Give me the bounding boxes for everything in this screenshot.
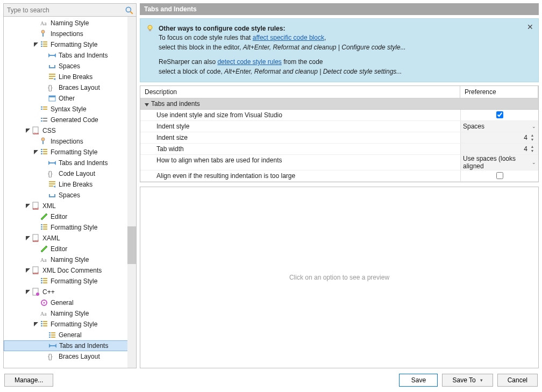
svg-marker-80: [26, 290, 30, 294]
settings-tree[interactable]: AaNaming StyleInspectionsFormatting Styl…: [4, 17, 136, 368]
checkbox[interactable]: [496, 111, 503, 118]
chevron-down-icon[interactable]: [25, 128, 31, 133]
expander-placeholder: [33, 225, 39, 230]
svg-rect-24: [49, 96, 55, 97]
col-preference[interactable]: Preference: [460, 86, 538, 98]
search-icon[interactable]: [124, 5, 134, 15]
tree-node[interactable]: Line Breaks: [4, 72, 136, 82]
tree-node[interactable]: Spaces: [4, 61, 136, 72]
inspections-icon: [40, 137, 48, 146]
tree-node[interactable]: Formatting Style: [4, 276, 136, 287]
save-to-button[interactable]: Save To: [442, 374, 493, 387]
tree-node[interactable]: General: [4, 330, 136, 340]
group-row[interactable]: Tabs and indents: [140, 98, 538, 110]
option-row[interactable]: Tab width4▲▼: [140, 144, 538, 155]
tree-node[interactable]: cssCSS: [4, 125, 136, 136]
tree-node-label: Editor: [51, 245, 67, 253]
close-icon[interactable]: ✕: [526, 23, 534, 31]
svg-text:xml: xml: [33, 207, 39, 210]
tree-node[interactable]: Spaces: [4, 190, 136, 201]
tree-node[interactable]: General: [4, 297, 136, 308]
spaces-icon: [48, 62, 56, 70]
tree-node[interactable]: xmlXAML: [4, 233, 136, 244]
spinner[interactable]: ▲▼: [529, 133, 536, 142]
save-button[interactable]: Save: [399, 374, 438, 387]
link-affect-block[interactable]: affect specific code block: [253, 34, 324, 41]
chevron-down-icon[interactable]: [25, 289, 31, 295]
tree-node[interactable]: Generated Code: [4, 115, 136, 125]
tree-node[interactable]: Formatting Style: [4, 319, 136, 330]
option-row[interactable]: Use indent style and size from Visual St…: [140, 110, 538, 121]
svg-text:{}: {}: [48, 83, 53, 91]
chevron-down-icon[interactable]: [33, 149, 39, 155]
search-input[interactable]: [4, 5, 124, 16]
scrollbar-track[interactable]: [127, 17, 136, 368]
scrollbar-thumb[interactable]: [127, 226, 136, 264]
tree-node[interactable]: C++: [4, 287, 136, 297]
option-value[interactable]: 4▲▼: [460, 132, 538, 143]
spinner[interactable]: ▲▼: [529, 145, 536, 153]
svg-rect-62: [41, 229, 42, 230]
col-description[interactable]: Description: [140, 86, 460, 98]
svg-text:xml: xml: [33, 239, 39, 243]
tree-node[interactable]: {}Braces Layout: [4, 351, 136, 362]
option-row[interactable]: Indent styleSpaces⌄: [140, 121, 538, 132]
inspections-icon: [40, 30, 48, 38]
chevron-down-icon[interactable]: [25, 203, 31, 209]
chevron-down-icon[interactable]: [25, 236, 31, 241]
option-row[interactable]: Align even if the resulting indentation …: [140, 170, 538, 182]
tree-node[interactable]: Inspections: [4, 28, 136, 39]
tree-node[interactable]: xmlXML Doc Comments: [4, 265, 136, 276]
tree-node[interactable]: {}Code Layout: [4, 168, 136, 179]
expander-placeholder: [42, 343, 47, 348]
option-desc: Align even if the resulting indentation …: [140, 170, 460, 181]
option-row[interactable]: Indent size4▲▼: [140, 132, 538, 144]
option-value[interactable]: [460, 110, 538, 120]
svg-rect-6: [41, 41, 42, 42]
combo[interactable]: Spaces⌄: [463, 123, 536, 130]
option-desc: Indent size: [140, 132, 460, 143]
svg-rect-7: [41, 44, 42, 45]
tree-node[interactable]: Formatting Style: [4, 147, 136, 158]
tree-node[interactable]: AaNaming Style: [4, 308, 136, 319]
tree-node[interactable]: Tabs and Indents: [4, 158, 136, 168]
option-value[interactable]: 4▲▼: [460, 144, 538, 154]
combo[interactable]: Use spaces (looks aligned⌄: [463, 155, 536, 170]
formatting-icon: [40, 148, 48, 156]
tree-node[interactable]: Syntax Style: [4, 104, 136, 115]
option-value[interactable]: Use spaces (looks aligned⌄: [460, 155, 538, 170]
chevron-down-icon[interactable]: [33, 42, 39, 47]
chevron-down-icon[interactable]: [25, 268, 31, 273]
option-row[interactable]: How to align when tabs are used for inde…: [140, 155, 538, 170]
tree-node[interactable]: xmlXML: [4, 201, 136, 211]
chevron-down-icon[interactable]: [33, 322, 39, 327]
svg-rect-20: [49, 78, 53, 79]
tree-node[interactable]: Editor: [4, 211, 136, 222]
tree-node[interactable]: Tabs and Indents: [4, 340, 136, 351]
tree-node[interactable]: Other: [4, 93, 136, 104]
tree-node[interactable]: Formatting Style: [4, 39, 136, 50]
link-detect-rules[interactable]: detect code style rules: [217, 58, 281, 66]
tree-node[interactable]: {}Braces Layout: [4, 82, 136, 93]
option-value[interactable]: Spaces⌄: [460, 121, 538, 132]
tree-node[interactable]: Inspections: [4, 136, 136, 147]
tree-node[interactable]: AaNaming Style: [4, 18, 136, 28]
tree-node-label: XML Doc Comments: [42, 267, 102, 274]
tabs-icon: [48, 51, 56, 60]
checkbox[interactable]: [496, 172, 503, 179]
manage-button[interactable]: Manage...: [4, 374, 53, 387]
cancel-button[interactable]: Cancel: [497, 374, 538, 387]
lightbulb-icon: [146, 24, 154, 33]
tree-node[interactable]: Editor: [4, 244, 136, 254]
tree-node-label: Generated Code: [51, 116, 98, 124]
tree-node[interactable]: Formatting Style: [4, 222, 136, 233]
tree-node[interactable]: Line Breaks: [4, 179, 136, 190]
svg-rect-97: [49, 337, 51, 338]
tree-node[interactable]: Tabs and Indents: [4, 50, 136, 61]
svg-rect-90: [43, 321, 47, 322]
svg-rect-54: [49, 194, 50, 196]
tree-node[interactable]: AaNaming Style: [4, 254, 136, 265]
svg-text:Aa: Aa: [40, 311, 47, 317]
svg-rect-32: [43, 120, 47, 122]
option-value[interactable]: [460, 170, 538, 181]
